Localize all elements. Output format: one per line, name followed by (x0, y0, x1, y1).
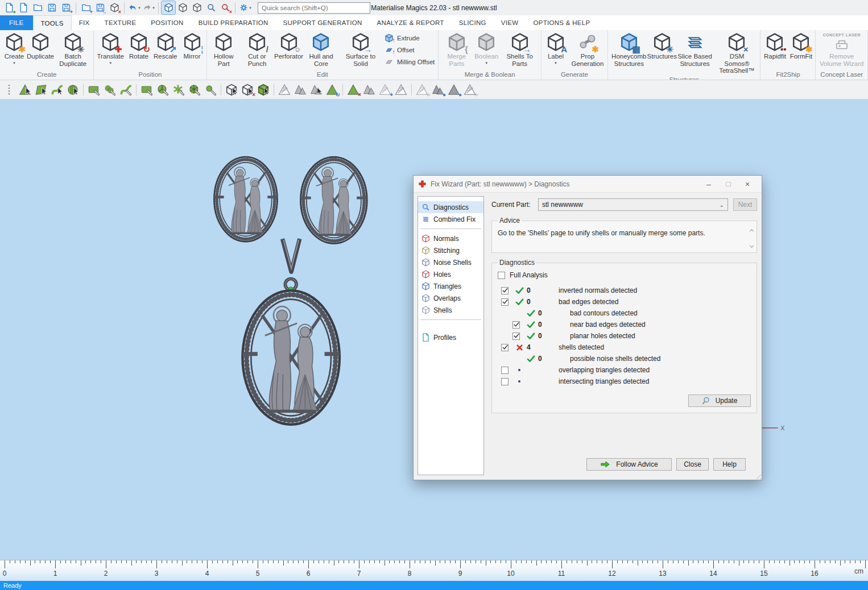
select-front-part-icon[interactable]: × (239, 82, 255, 98)
window-selection-icon[interactable] (139, 82, 155, 98)
undo-icon[interactable]: ▾ (127, 1, 141, 14)
select-surface-tool-icon[interactable] (49, 82, 65, 98)
tab-slicing[interactable]: SLICING (452, 15, 494, 30)
ribbon-button-milling-offset[interactable]: Milling Offset (384, 57, 435, 67)
sidebar-item-stitching[interactable]: Stitching (418, 244, 483, 256)
ribbon-button-prop-generation[interactable]: ✱Prop Generation (569, 31, 606, 68)
toolbar-grip-icon[interactable] (1, 82, 17, 98)
redo-icon[interactable]: ▾ (142, 1, 155, 14)
star-selection-icon[interactable] (171, 82, 187, 98)
ribbon-button-offset[interactable]: ↑Offset (384, 45, 435, 55)
sidebar-item-holes[interactable]: Holes (418, 268, 483, 280)
sidebar-item-profiles[interactable]: Profiles (418, 331, 483, 343)
tab-texture[interactable]: TEXTURE (97, 15, 144, 30)
region-marked-icon[interactable]: ○ (462, 82, 478, 98)
shade-marked-icon[interactable] (393, 82, 409, 98)
ribbon-button-shells-to-parts[interactable]: →Shells To Parts (499, 31, 540, 68)
mark-surface-icon[interactable] (308, 82, 324, 98)
ribbon-button-dsm-somos-tetrashell-[interactable]: ×DSM Somos® TetraShell™ (714, 31, 759, 75)
full-analysis-checkbox[interactable] (498, 272, 505, 279)
ribbon-button-structures[interactable]: ✳Structures (649, 31, 675, 61)
help-button[interactable]: Help (713, 458, 746, 471)
ribbon-button-hull-and-core[interactable]: Hull and Core (303, 31, 340, 68)
mark-triangle-icon[interactable] (276, 82, 292, 98)
pendant-model-large[interactable] (242, 279, 339, 424)
sidebar-item-diagnostics[interactable]: Diagnostics (418, 201, 483, 213)
quick-search-input[interactable] (258, 2, 370, 14)
tab-build-preparation[interactable]: BUILD PREPARATION (191, 15, 276, 30)
tab-support-generation[interactable]: SUPPORT GENERATION (276, 15, 370, 30)
diagnostic-checkbox[interactable] (512, 321, 520, 329)
diagnostic-checkbox[interactable] (512, 333, 520, 340)
ribbon-button-merge-parts[interactable]: {Merge Parts (440, 31, 473, 68)
save-project-as-icon[interactable]: + (59, 1, 73, 14)
zoom-to-selection-icon[interactable] (162, 1, 175, 14)
view-part-icon[interactable] (176, 1, 189, 14)
disc-selection-icon[interactable] (202, 82, 218, 98)
mark-plane-icon[interactable] (292, 82, 308, 98)
load-project-icon[interactable] (31, 1, 44, 14)
zoom-unzoom-icon[interactable]: × (218, 1, 232, 14)
copy-marked-icon[interactable]: + (377, 82, 393, 98)
scroll-up-icon[interactable] (748, 227, 755, 234)
unload-part-icon[interactable]: × (108, 1, 121, 14)
rotate-view-icon[interactable] (190, 1, 204, 14)
select-part-solid-icon[interactable] (255, 82, 271, 98)
invert-marked-icon[interactable] (361, 82, 377, 98)
diagnostic-checkbox[interactable] (501, 287, 509, 294)
save-project-icon[interactable] (45, 1, 59, 14)
pendant-model-left[interactable] (214, 157, 277, 242)
ribbon-button-create[interactable]: ✱Create▾ (1, 31, 27, 65)
dialog-maximize-button[interactable] (718, 177, 738, 191)
rectangle-selection-icon[interactable] (86, 82, 102, 98)
ribbon-button-cut-or-punch[interactable]: /Cut or Punch (239, 31, 275, 68)
scroll-down-icon[interactable] (748, 243, 755, 250)
sharp-marked-icon[interactable]: ● (446, 82, 462, 98)
ribbon-button-surface-to-solid[interactable]: →Surface to Solid (340, 31, 382, 68)
sidebar-item-triangles[interactable]: Triangles (418, 280, 483, 292)
settings-icon[interactable]: ▾ (238, 1, 252, 14)
pie-selection-icon[interactable] (155, 82, 171, 98)
diagnostic-checkbox[interactable] (501, 367, 509, 374)
sidebar-item-overlaps[interactable]: Overlaps (418, 292, 483, 304)
delete-marked-icon[interactable]: × (345, 82, 361, 98)
select-shell-tool-icon[interactable] (65, 82, 81, 98)
platform-scene-icon[interactable]: ● (2, 1, 16, 14)
pendant-model-right[interactable] (301, 157, 367, 243)
update-marked-icon[interactable]: ↻ (324, 82, 340, 98)
ribbon-button-mirror[interactable]: ¦Mirror (179, 31, 205, 61)
close-button[interactable]: Close (676, 458, 709, 471)
ribbon-button-boolean[interactable]: Boolean▾ (473, 31, 499, 65)
bail-model[interactable] (283, 239, 300, 272)
ribbon-button-hollow-part[interactable]: Hollow Part (208, 31, 239, 68)
select-plane-tool-icon[interactable] (33, 82, 49, 98)
ribbon-button-perforator[interactable]: ○Perforator (275, 31, 303, 61)
export-part-icon[interactable]: → (93, 1, 107, 14)
ribbon-button-extrude[interactable]: ↑Extrude (384, 33, 435, 43)
dialog-minimize-button[interactable]: – (699, 177, 718, 191)
ribbon-button-batch-duplicate[interactable]: ✳Batch Duplicate (53, 31, 92, 68)
fan-selection-icon[interactable] (187, 82, 202, 98)
tab-tools[interactable]: TOOLS (33, 15, 72, 30)
ribbon-button-remove-volume-wizard[interactable]: CONCEPT LASERRemove Volume Wizard (817, 31, 866, 68)
tab-position[interactable]: POSITION (143, 15, 191, 30)
dialog-close-icon[interactable]: × (738, 177, 757, 191)
new-project-icon[interactable] (16, 1, 30, 14)
update-button[interactable]: Update (688, 394, 751, 407)
diagnostic-checkbox[interactable] (501, 298, 509, 306)
select-through-part-icon[interactable] (224, 82, 239, 98)
next-button[interactable]: Next (733, 198, 757, 211)
import-part-icon[interactable]: + (79, 1, 93, 14)
follow-advice-button[interactable]: Follow Advice (586, 458, 672, 471)
current-part-dropdown[interactable]: stl newwwww ⌄ (538, 198, 728, 211)
ribbon-button-rescale[interactable]: ↗Rescale (152, 31, 179, 61)
sidebar-item-noise-shells[interactable]: Noise Shells (418, 256, 483, 268)
tab-fix[interactable]: FIX (72, 15, 97, 30)
ribbon-button-translate[interactable]: ✚Translate▾ (95, 31, 126, 65)
tab-options-help[interactable]: OPTIONS & HELP (526, 15, 597, 30)
ribbon-button-formfit[interactable]: ✱FormFit (788, 31, 814, 61)
sidebar-item-shells[interactable]: Shells (418, 304, 483, 316)
freeform-selection-icon[interactable] (118, 82, 134, 98)
ellipse-selection-icon[interactable] (102, 82, 118, 98)
select-triangles-tool-icon[interactable] (17, 82, 33, 98)
